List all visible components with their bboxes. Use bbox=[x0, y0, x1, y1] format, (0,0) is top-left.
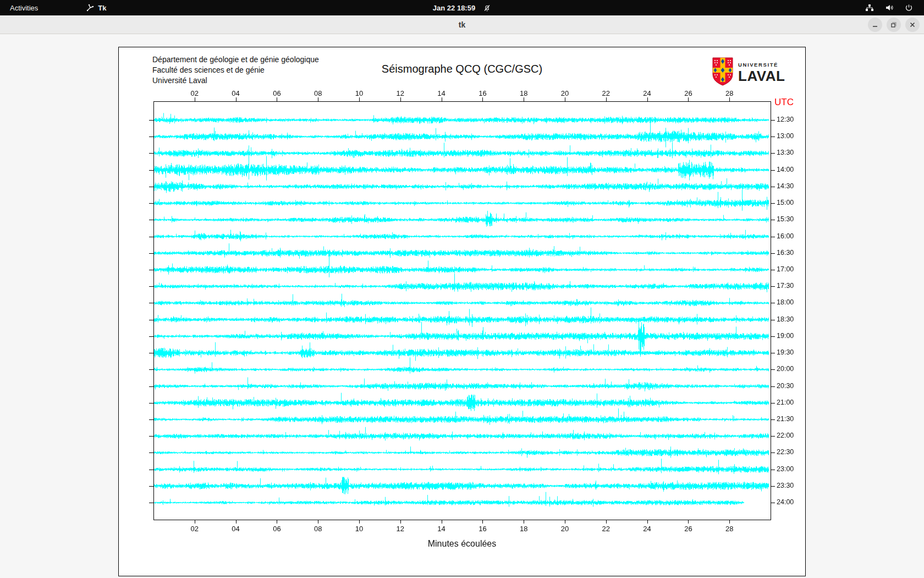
minute-tick-label: 02 bbox=[191, 89, 199, 97]
minute-tick-label: 18 bbox=[520, 525, 527, 533]
minute-tick-label: 14 bbox=[437, 525, 445, 533]
time-row-label: 20:00 bbox=[777, 365, 794, 373]
gnome-top-bar: Activities Tk Jan 22 18:59 bbox=[0, 0, 924, 15]
time-row-label: 16:00 bbox=[777, 232, 794, 240]
x-axis-title: Minutes écoulées bbox=[153, 539, 771, 549]
time-row-label: 23:00 bbox=[777, 465, 794, 473]
minimize-button[interactable] bbox=[868, 18, 882, 32]
time-row-label: 17:00 bbox=[777, 265, 794, 273]
minute-tick-label: 04 bbox=[232, 525, 239, 533]
utc-label: UTC bbox=[774, 97, 794, 108]
minute-tick-label: 28 bbox=[725, 525, 733, 533]
minute-tick-label: 20 bbox=[561, 89, 569, 97]
notifications-muted-icon bbox=[483, 4, 491, 12]
minute-tick-label: 26 bbox=[684, 89, 692, 97]
volume-icon bbox=[885, 3, 894, 12]
time-row-label: 21:30 bbox=[777, 415, 794, 423]
time-row-label: 19:30 bbox=[777, 348, 794, 356]
minute-tick-label: 08 bbox=[314, 525, 322, 533]
clock-menu[interactable]: Jan 22 18:59 bbox=[0, 0, 924, 15]
minute-tick-label: 10 bbox=[355, 525, 363, 533]
minute-tick-label: 24 bbox=[643, 89, 651, 97]
minute-tick-label: 16 bbox=[479, 89, 486, 97]
minute-tick-label: 20 bbox=[561, 525, 569, 533]
minute-tick-label: 22 bbox=[602, 89, 610, 97]
minute-tick-label: 10 bbox=[355, 89, 363, 97]
time-row-label: 13:30 bbox=[777, 149, 794, 156]
minute-tick-label: 02 bbox=[191, 525, 199, 533]
clock-text: Jan 22 18:59 bbox=[433, 4, 475, 12]
close-button[interactable] bbox=[905, 18, 920, 32]
time-row-label: 22:00 bbox=[777, 432, 794, 439]
seismogram-trace-plot bbox=[119, 47, 805, 576]
minute-tick-label: 16 bbox=[479, 525, 486, 533]
time-row-label: 12:30 bbox=[777, 116, 794, 123]
time-row-label: 15:00 bbox=[777, 199, 794, 206]
time-row-label: 14:30 bbox=[777, 182, 794, 190]
time-row-label: 16:30 bbox=[777, 249, 794, 257]
seismograph-canvas-area: Département de géologie et de génie géol… bbox=[118, 47, 806, 576]
minute-tick-label: 04 bbox=[232, 89, 239, 97]
maximize-button[interactable] bbox=[887, 18, 901, 32]
time-row-label: 22:30 bbox=[777, 448, 794, 456]
window-title: tk bbox=[0, 15, 924, 34]
network-icon bbox=[865, 3, 874, 12]
minute-tick-label: 24 bbox=[643, 525, 651, 533]
time-row-label: 17:30 bbox=[777, 282, 794, 290]
time-row-label: 23:30 bbox=[777, 482, 794, 489]
minute-tick-label: 06 bbox=[273, 525, 280, 533]
system-status-area[interactable] bbox=[865, 0, 924, 15]
minute-tick-label: 22 bbox=[602, 525, 610, 533]
time-row-label: 19:00 bbox=[777, 332, 794, 340]
minute-tick-label: 18 bbox=[520, 89, 527, 97]
time-row-label: 14:00 bbox=[777, 166, 794, 173]
time-row-label: 18:00 bbox=[777, 298, 794, 306]
minute-tick-label: 08 bbox=[314, 89, 322, 97]
minute-tick-label: 28 bbox=[725, 89, 733, 97]
window-title-bar[interactable]: tk bbox=[0, 15, 924, 34]
minute-tick-label: 12 bbox=[397, 525, 404, 533]
time-row-label: 15:30 bbox=[777, 215, 794, 223]
time-row-label: 13:00 bbox=[777, 132, 794, 140]
time-row-label: 24:00 bbox=[777, 498, 794, 506]
minute-tick-label: 06 bbox=[273, 89, 280, 97]
time-row-label: 20:30 bbox=[777, 382, 794, 390]
minute-tick-label: 14 bbox=[437, 89, 445, 97]
time-row-label: 18:30 bbox=[777, 315, 794, 323]
power-icon bbox=[905, 4, 913, 12]
minute-tick-label: 12 bbox=[397, 89, 404, 97]
time-row-label: 21:00 bbox=[777, 399, 794, 406]
minute-tick-label: 26 bbox=[684, 525, 692, 533]
